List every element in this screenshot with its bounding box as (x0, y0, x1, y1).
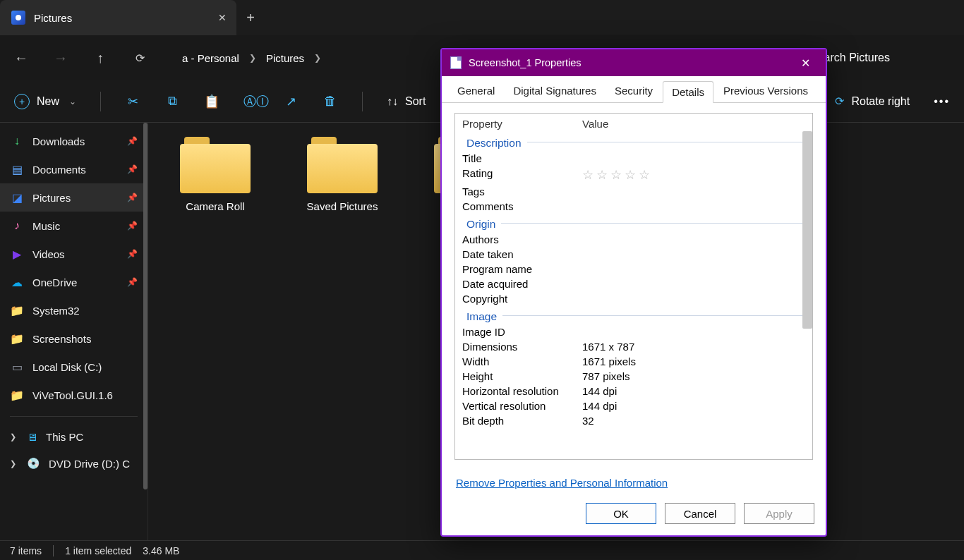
sidebar-item-screenshots[interactable]: 📁 Screenshots (0, 324, 147, 353)
property-row[interactable]: Dimensions1671 x 787 (462, 339, 805, 354)
property-key: Title (462, 152, 582, 164)
forward-button[interactable]: → (52, 49, 69, 66)
sidebar-item-system32[interactable]: 📁 System32 (0, 296, 147, 324)
close-icon[interactable]: ✕ (794, 54, 817, 73)
dialog-titlebar[interactable]: Screenshot_1 Properties ✕ (442, 49, 826, 76)
tree-item-icon: 🖥 (27, 431, 37, 443)
property-row[interactable]: Height787 pixels (462, 369, 805, 384)
folder-icon (180, 137, 251, 193)
paste-icon[interactable]: 📋 (204, 94, 219, 109)
ok-button[interactable]: OK (586, 503, 656, 524)
breadcrumb-seg[interactable]: a - Personal (182, 52, 239, 64)
sidebar-item-videos[interactable]: ▶ Videos 📌 (0, 240, 147, 268)
new-tab-button[interactable]: + (236, 0, 265, 35)
property-row[interactable]: Vertical resolution144 dpi (462, 398, 805, 413)
property-row[interactable]: Copyright (462, 291, 805, 306)
sidebar-item-label: Music (32, 220, 60, 232)
property-key: Height (462, 370, 582, 382)
property-row[interactable]: Program name (462, 262, 805, 276)
property-value: 1671 pixels (582, 355, 805, 367)
new-button[interactable]: + New ⌄ (14, 94, 76, 109)
tab-general[interactable]: General (449, 80, 503, 102)
tab-title: Pictures (34, 12, 72, 24)
sidebar-item-onedrive[interactable]: ☁ OneDrive 📌 (0, 268, 147, 296)
file-label: Saved Pictures (307, 200, 378, 212)
delete-icon[interactable]: 🗑 (323, 94, 338, 109)
pin-icon[interactable]: 📌 (127, 249, 138, 259)
pin-icon[interactable]: 📌 (127, 221, 138, 231)
tab-previous-versions[interactable]: Previous Versions (715, 80, 817, 102)
share-icon[interactable]: ↗ (283, 94, 299, 109)
refresh-button[interactable]: ⟳ (131, 49, 148, 66)
pin-icon[interactable]: 📌 (127, 277, 138, 287)
sidebar-item-documents[interactable]: ▤ Documents 📌 (0, 155, 147, 183)
rating-stars[interactable]: ☆☆☆☆☆ (582, 168, 653, 182)
property-row[interactable]: Horizontal resolution144 dpi (462, 384, 805, 398)
sidebar-item-label: Local Disk (C:) (32, 361, 102, 373)
property-row[interactable]: Authors (462, 232, 805, 247)
copy-icon[interactable]: ⧉ (164, 94, 180, 109)
rename-icon[interactable]: ⒶⒾ (243, 93, 259, 110)
separator (100, 92, 101, 111)
sidebar-item-local-disk-c-[interactable]: ▭ Local Disk (C:) (0, 353, 147, 381)
tab-security[interactable]: Security (606, 80, 661, 102)
pin-icon[interactable]: 📌 (127, 164, 138, 174)
tree-item-dvd-drive-d-c[interactable]: ❯ 💿 DVD Drive (D:) C (0, 450, 147, 477)
chevron-right-icon[interactable]: ❯ (10, 432, 18, 442)
sort-button[interactable]: ↑↓ Sort (387, 95, 426, 108)
property-row[interactable]: Bit depth32 (462, 413, 805, 428)
property-value (582, 326, 805, 338)
scrollbar[interactable] (802, 131, 812, 329)
chevron-right-icon[interactable]: ❯ (249, 53, 256, 63)
search-input[interactable]: Search Pictures (810, 51, 951, 64)
grid-body[interactable]: DescriptionTitleRating☆☆☆☆☆TagsCommentsO… (455, 131, 812, 453)
close-tab-icon[interactable]: ✕ (218, 12, 227, 23)
property-value (582, 293, 805, 305)
sidebar-item-pictures[interactable]: ◪ Pictures 📌 (0, 183, 147, 212)
property-key: Image ID (462, 326, 582, 338)
chevron-right-icon[interactable]: ❯ (314, 53, 321, 63)
cancel-button[interactable]: Cancel (665, 503, 735, 524)
tab-digital-signatures[interactable]: Digital Signatures (505, 80, 605, 102)
more-button[interactable]: ••• (934, 95, 950, 108)
back-button[interactable]: ← (13, 49, 30, 66)
tree-item-this-pc[interactable]: ❯ 🖥 This PC (0, 424, 147, 450)
property-row[interactable]: Title (462, 151, 805, 166)
sidebar-item-icon: ☁ (10, 275, 24, 289)
sidebar-item-music[interactable]: ♪ Music 📌 (0, 212, 147, 240)
remove-properties-link[interactable]: Remove Properties and Personal Informati… (442, 470, 826, 496)
window-tab[interactable]: Pictures ✕ (0, 0, 236, 35)
statusbar: 7 items 1 item selected 3.46 MB (0, 540, 964, 560)
property-value (582, 263, 805, 275)
property-row[interactable]: Tags (462, 184, 805, 199)
tree-item-icon: 💿 (27, 457, 40, 470)
pin-icon[interactable]: 📌 (127, 193, 138, 202)
sidebar-item-downloads[interactable]: ↓ Downloads 📌 (0, 127, 147, 155)
chevron-right-icon[interactable]: ❯ (10, 459, 18, 468)
breadcrumb[interactable]: a - Personal ❯ Pictures ❯ (171, 44, 411, 72)
file-item[interactable]: Saved Pictures (289, 137, 395, 212)
sidebar-item-label: Videos (32, 248, 65, 260)
rotate-right-button[interactable]: ⟳ Rotate right (835, 95, 910, 108)
property-row[interactable]: Date acquired (462, 276, 805, 291)
file-label: Camera Roll (186, 200, 244, 212)
tab-details[interactable]: Details (663, 81, 713, 103)
file-item[interactable]: Camera Roll (162, 137, 268, 212)
property-row[interactable]: Comments (462, 199, 805, 214)
breadcrumb-seg[interactable]: Pictures (266, 52, 304, 64)
header-value: Value (582, 118, 805, 130)
property-row[interactable]: Rating☆☆☆☆☆ (462, 166, 805, 184)
new-label: New (37, 95, 59, 108)
cut-icon[interactable]: ✂ (125, 94, 140, 109)
sidebar: ↓ Downloads 📌▤ Documents 📌◪ Pictures 📌♪ … (0, 123, 148, 540)
up-button[interactable]: ↑ (92, 49, 109, 66)
dialog-tabs: GeneralDigital SignaturesSecurityDetails… (442, 76, 826, 103)
property-row[interactable]: Date taken (462, 247, 805, 262)
property-row[interactable]: Width1671 pixels (462, 354, 805, 369)
sidebar-item-vivetool-gui-1-6[interactable]: 📁 ViVeTool.GUI.1.6 (0, 381, 147, 409)
apply-button[interactable]: Apply (744, 503, 814, 524)
properties-dialog: Screenshot_1 Properties ✕ GeneralDigital… (440, 48, 827, 537)
header-property: Property (462, 118, 582, 130)
pin-icon[interactable]: 📌 (127, 136, 138, 146)
property-row[interactable]: Image ID (462, 324, 805, 339)
